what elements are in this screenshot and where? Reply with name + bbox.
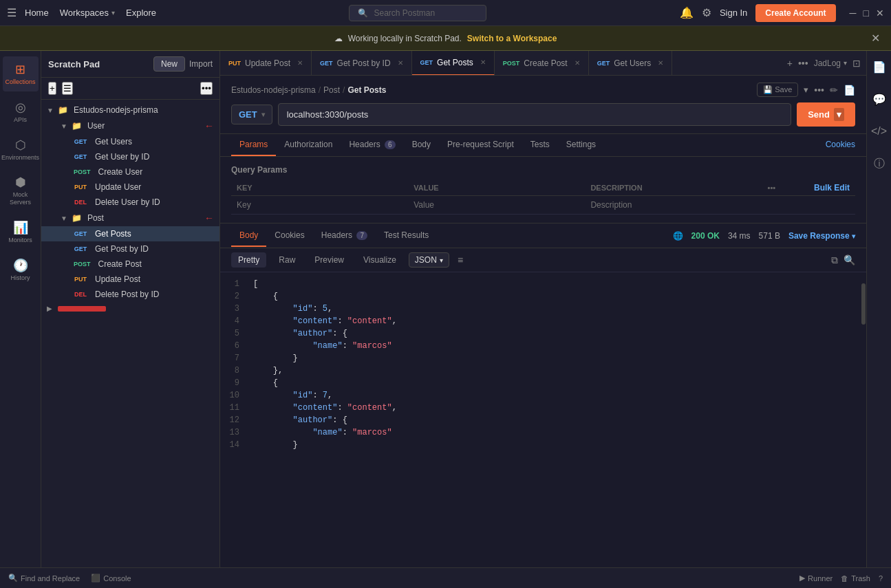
- tab-create-post[interactable]: POST Create Post ✕: [495, 51, 589, 76]
- help-item[interactable]: ?: [879, 574, 883, 582]
- endpoint-delete-post[interactable]: DEL Delete Post by ID: [41, 287, 219, 302]
- collapsed-item[interactable]: ▶: [41, 302, 219, 315]
- tab-tests[interactable]: Tests: [522, 134, 558, 156]
- resp-tab-body[interactable]: Body: [231, 225, 266, 247]
- tab-update-post[interactable]: PUT Update Post ✕: [220, 51, 312, 76]
- tab-params[interactable]: Params: [231, 134, 276, 156]
- find-replace-item[interactable]: 🔍 Find and Replace: [8, 574, 80, 582]
- collection-root[interactable]: ▼ 📁 Estudos-nodejs-prisma: [41, 102, 219, 118]
- banner-close-button[interactable]: ✕: [871, 32, 880, 45]
- save-dropdown-button[interactable]: ▾: [804, 83, 808, 97]
- console-item[interactable]: ⬛ Console: [91, 574, 131, 582]
- tab-get-post-by-id[interactable]: GET Get Post by ID ✕: [312, 51, 412, 76]
- layout-icon[interactable]: ⊡: [852, 58, 861, 69]
- endpoint-get-posts[interactable]: GET Get Posts: [41, 226, 219, 241]
- switch-workspace-link[interactable]: Switch to a Workspace: [467, 34, 557, 43]
- resp-tab-headers[interactable]: Headers 7: [313, 225, 376, 247]
- tab-close-button[interactable]: ✕: [297, 59, 303, 67]
- sort-button[interactable]: ☰: [62, 82, 73, 95]
- tab-pre-request[interactable]: Pre-request Script: [439, 134, 522, 156]
- sidebar-item-apis[interactable]: ◎ APIs: [3, 94, 39, 129]
- tab-settings[interactable]: Settings: [558, 134, 604, 156]
- sidebar-item-history[interactable]: 🕐 History: [3, 252, 39, 287]
- endpoint-get-post-by-id[interactable]: GET Get Post by ID: [41, 241, 219, 257]
- add-tab-button[interactable]: +: [787, 58, 793, 69]
- trash-item[interactable]: 🗑 Trash: [841, 574, 870, 582]
- fmt-preview[interactable]: Preview: [308, 252, 351, 268]
- send-dropdown-icon[interactable]: ▾: [834, 108, 844, 121]
- minimize-button[interactable]: ─: [850, 8, 857, 19]
- method-selector[interactable]: GET ▾: [231, 105, 272, 124]
- info-icon[interactable]: ⓘ: [870, 153, 889, 175]
- tab-close-button[interactable]: ✕: [398, 59, 403, 67]
- endpoint-update-post[interactable]: PUT Update Post: [41, 272, 219, 287]
- import-button[interactable]: Import: [189, 59, 213, 69]
- tab-get-users[interactable]: GET Get Users ✕: [589, 51, 673, 76]
- tab-get-posts[interactable]: GET Get Posts ✕: [412, 51, 495, 76]
- endpoint-get-user-by-id[interactable]: GET Get User by ID: [41, 149, 219, 164]
- resp-tab-cookies[interactable]: Cookies: [266, 225, 312, 247]
- cookies-link[interactable]: Cookies: [826, 134, 855, 156]
- comments-icon[interactable]: 💬: [868, 89, 890, 110]
- json-format-selector[interactable]: JSON ▾: [409, 252, 449, 268]
- tab-close-button[interactable]: ✕: [575, 59, 580, 67]
- home-link[interactable]: Home: [25, 8, 49, 18]
- bulk-edit-header[interactable]: Bulk Edit: [783, 180, 855, 196]
- url-input[interactable]: [278, 103, 791, 126]
- send-button[interactable]: Send ▾: [797, 102, 855, 127]
- tab-close-button[interactable]: ✕: [480, 58, 486, 66]
- breadcrumb-collection[interactable]: Estudos-nodejs-prisma: [231, 85, 316, 95]
- save-response-button[interactable]: Save Response ▾: [788, 231, 855, 241]
- docs-icon[interactable]: 📄: [868, 56, 890, 78]
- fmt-raw[interactable]: Raw: [272, 252, 302, 268]
- more-request-button[interactable]: •••: [814, 83, 824, 97]
- copy-icon[interactable]: ⧉: [831, 254, 838, 266]
- create-account-button[interactable]: Create Account: [755, 4, 835, 22]
- endpoint-create-user[interactable]: POST Create User: [41, 164, 219, 179]
- explore-link[interactable]: Explore: [126, 8, 156, 18]
- menu-icon[interactable]: ☰: [7, 6, 17, 19]
- close-button[interactable]: ✕: [876, 8, 884, 19]
- filter-icon[interactable]: ≡: [458, 254, 463, 265]
- key-input[interactable]: [237, 200, 402, 210]
- fmt-visualize[interactable]: Visualize: [356, 252, 403, 268]
- more-options-button[interactable]: •••: [200, 82, 213, 95]
- tabs-more-button[interactable]: •••: [798, 58, 808, 69]
- workspaces-link[interactable]: Workspaces ▾: [60, 8, 115, 18]
- search-results-icon[interactable]: 🔍: [844, 254, 855, 266]
- tab-authorization[interactable]: Authorization: [276, 134, 341, 156]
- description-input[interactable]: [590, 200, 756, 210]
- value-input[interactable]: [414, 200, 579, 210]
- new-button[interactable]: New: [153, 56, 185, 72]
- endpoint-update-user[interactable]: PUT Update User: [41, 179, 219, 195]
- code-line: {: [253, 290, 855, 303]
- post-folder-item[interactable]: ▼ 📁 Post ←: [41, 210, 219, 226]
- runner-item[interactable]: ▶ Runner: [799, 574, 833, 582]
- maximize-button[interactable]: □: [863, 8, 869, 19]
- tab-headers[interactable]: Headers 6: [341, 134, 403, 156]
- search-input[interactable]: 🔍 Search Postman: [349, 5, 486, 21]
- edit-button[interactable]: ✏: [830, 83, 838, 97]
- endpoint-create-post[interactable]: POST Create Post: [41, 257, 219, 272]
- breadcrumb-folder[interactable]: Post: [323, 85, 340, 95]
- doc-button[interactable]: 📄: [844, 83, 855, 97]
- scrollbar[interactable]: [861, 278, 866, 562]
- user-folder-item[interactable]: ▼ 📁 User ←: [41, 118, 219, 134]
- resp-tab-test-results[interactable]: Test Results: [376, 225, 437, 247]
- sign-in-link[interactable]: Sign In: [720, 8, 747, 18]
- settings-icon[interactable]: ⚙: [702, 6, 711, 19]
- sidebar-item-environments[interactable]: ⬡ Environments: [3, 132, 39, 167]
- tab-body[interactable]: Body: [404, 134, 439, 156]
- save-button[interactable]: 💾 Save: [757, 83, 798, 97]
- add-collection-button[interactable]: +: [48, 82, 56, 95]
- code-icon[interactable]: </>: [867, 121, 891, 142]
- sidebar-item-mock-servers[interactable]: ⬢ Mock Servers: [3, 169, 39, 212]
- scrollbar-thumb[interactable]: [861, 283, 866, 325]
- endpoint-get-users[interactable]: GET Get Users: [41, 134, 219, 149]
- endpoint-delete-user[interactable]: DEL Delete User by ID: [41, 195, 219, 210]
- sidebar-item-collections[interactable]: ⊞ Collections: [3, 56, 39, 91]
- fmt-pretty[interactable]: Pretty: [231, 252, 266, 268]
- tab-close-button[interactable]: ✕: [658, 59, 663, 67]
- notifications-icon[interactable]: 🔔: [680, 6, 694, 19]
- sidebar-item-monitors[interactable]: 📊 Monitors: [3, 215, 39, 250]
